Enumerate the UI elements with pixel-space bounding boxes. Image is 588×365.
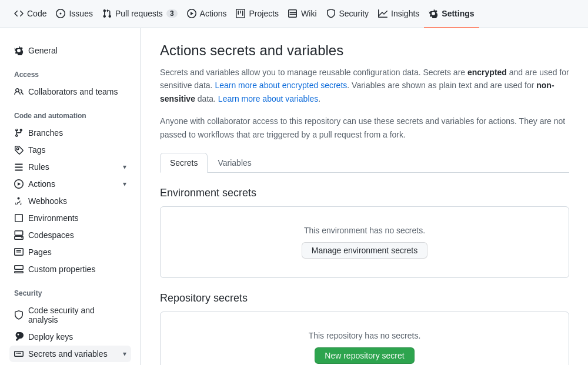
sidebar-item-deploy-keys[interactable]: Deploy keys <box>9 329 131 345</box>
environments-icon <box>14 213 24 223</box>
nav-projects[interactable]: Projects <box>231 0 283 28</box>
tag-icon <box>14 145 24 155</box>
sidebar-item-tags[interactable]: Tags <box>9 142 131 158</box>
issues-icon <box>56 9 65 18</box>
sidebar-general-label: General <box>28 46 58 55</box>
nav-settings[interactable]: Settings <box>424 0 479 28</box>
security-icon <box>326 9 336 18</box>
sidebar-subitem-actions[interactable]: Actions <box>9 363 131 365</box>
manage-environment-secrets-button[interactable]: Manage environment secrets <box>302 242 428 259</box>
tab-variables[interactable]: Variables <box>208 153 261 173</box>
sidebar-item-custom-properties[interactable]: Custom properties <box>9 261 131 277</box>
nav-pullrequests-label: Pull requests <box>115 9 163 18</box>
nav-code-label: Code <box>27 9 46 18</box>
sidebar-rules-label: Rules <box>28 162 49 172</box>
description-text: Secrets and variables allow you to manag… <box>160 66 569 105</box>
sidebar-item-webhooks[interactable]: Webhooks <box>9 193 131 209</box>
desc-bold1: encrypted <box>467 68 507 77</box>
repository-secrets-title: Repository secrets <box>160 292 569 304</box>
code-icon <box>14 9 24 18</box>
main-content: Actions secrets and variables Secrets an… <box>141 28 588 365</box>
sidebar-item-environments[interactable]: Environments <box>9 210 131 226</box>
desc-end: data. <box>195 94 218 103</box>
sidebar-actions-icon <box>14 179 24 189</box>
projects-icon <box>236 9 245 18</box>
shield-icon <box>14 310 24 320</box>
sidebar-tags-label: Tags <box>28 145 46 155</box>
environment-secrets-title: Environment secrets <box>160 187 569 199</box>
page-layout: General Access Collaborators and teams C… <box>0 28 588 365</box>
sidebar-item-actions[interactable]: Actions ▾ <box>9 176 131 192</box>
people-icon <box>14 87 24 96</box>
top-nav: Code Issues Pull requests 3 Actions Proj… <box>0 0 588 28</box>
sidebar-item-codespaces[interactable]: Codespaces <box>9 227 131 243</box>
sidebar-actions-label: Actions <box>28 179 55 189</box>
sidebar-item-rules[interactable]: Rules ▾ <box>9 159 131 175</box>
actions-chevron-icon: ▾ <box>123 180 126 188</box>
nav-settings-label: Settings <box>442 9 474 18</box>
pull-requests-icon <box>102 9 112 18</box>
nav-pull-requests[interactable]: Pull requests 3 <box>98 0 182 28</box>
new-repository-secret-button[interactable]: New repository secret <box>315 347 414 364</box>
sidebar-custom-properties-label: Custom properties <box>28 264 95 274</box>
sidebar-collaborators-label: Collaborators and teams <box>28 87 118 96</box>
rules-chevron-icon: ▾ <box>123 163 126 171</box>
page-title: Actions secrets and variables <box>160 42 569 59</box>
wiki-icon <box>288 9 298 18</box>
nav-security[interactable]: Security <box>322 0 374 28</box>
sidebar-pages-label: Pages <box>28 247 52 257</box>
sidebar-item-pages[interactable]: Pages <box>9 244 131 260</box>
branches-icon <box>14 128 24 138</box>
environment-secrets-empty: This environment has no secrets. <box>304 226 425 235</box>
sidebar-item-general[interactable]: General <box>9 42 131 59</box>
actions-icon <box>187 9 196 18</box>
sidebar-webhooks-label: Webhooks <box>28 196 67 206</box>
variables-link[interactable]: Learn more about variables <box>218 94 318 103</box>
notice-text: Anyone with collaborator access to this … <box>160 115 569 141</box>
webhooks-icon <box>14 196 24 206</box>
nav-actions-label: Actions <box>200 9 227 18</box>
sidebar-item-collaborators[interactable]: Collaborators and teams <box>9 83 131 100</box>
pages-icon <box>14 247 24 257</box>
environment-secrets-box: This environment has no secrets. Manage … <box>160 206 569 278</box>
sidebar-item-secrets-variables[interactable]: Secrets and variables ▾ <box>9 346 131 362</box>
sidebar-environments-label: Environments <box>28 213 79 223</box>
sidebar-security-section: Security <box>9 287 131 300</box>
sidebar-code-security-label: Code security and analysis <box>28 306 126 324</box>
settings-icon <box>429 9 438 18</box>
nav-code[interactable]: Code <box>9 0 51 28</box>
desc-pre: Secrets and variables allow you to manag… <box>160 68 467 77</box>
gear-icon <box>14 46 24 55</box>
nav-actions[interactable]: Actions <box>182 0 232 28</box>
key-icon <box>14 332 24 341</box>
sidebar-deploy-keys-label: Deploy keys <box>28 332 73 341</box>
tabs: Secrets Variables <box>160 153 569 173</box>
rules-icon <box>14 162 24 172</box>
sidebar-code-automation-section: Code and automation <box>9 109 131 122</box>
sidebar-codespaces-label: Codespaces <box>28 230 74 240</box>
nav-wiki[interactable]: Wiki <box>283 0 321 28</box>
secrets-chevron-icon: ▾ <box>123 350 126 358</box>
pull-requests-badge: 3 <box>166 9 178 18</box>
encrypted-secrets-link[interactable]: Learn more about encrypted secrets <box>215 81 347 90</box>
nav-security-label: Security <box>339 9 369 18</box>
nav-insights-label: Insights <box>391 9 419 18</box>
codespaces-icon <box>14 230 24 240</box>
desc-post: . Variables are shown as plain text and … <box>347 81 536 90</box>
sidebar-branches-label: Branches <box>28 128 63 138</box>
nav-projects-label: Projects <box>249 9 279 18</box>
sidebar-item-code-security[interactable]: Code security and analysis <box>9 302 131 328</box>
insights-icon <box>378 9 387 18</box>
secrets-icon <box>14 349 24 359</box>
custom-properties-icon <box>14 264 24 274</box>
sidebar-secrets-variables-label: Secrets and variables <box>28 349 108 359</box>
sidebar: General Access Collaborators and teams C… <box>0 28 141 365</box>
nav-issues[interactable]: Issues <box>51 0 97 28</box>
sidebar-item-branches[interactable]: Branches <box>9 125 131 141</box>
nav-wiki-label: Wiki <box>301 9 316 18</box>
repository-secrets-box: This repository has no secrets. New repo… <box>160 312 569 365</box>
nav-insights[interactable]: Insights <box>373 0 424 28</box>
tab-secrets[interactable]: Secrets <box>160 153 208 173</box>
nav-issues-label: Issues <box>69 9 92 18</box>
repository-secrets-empty: This repository has no secrets. <box>309 331 421 340</box>
